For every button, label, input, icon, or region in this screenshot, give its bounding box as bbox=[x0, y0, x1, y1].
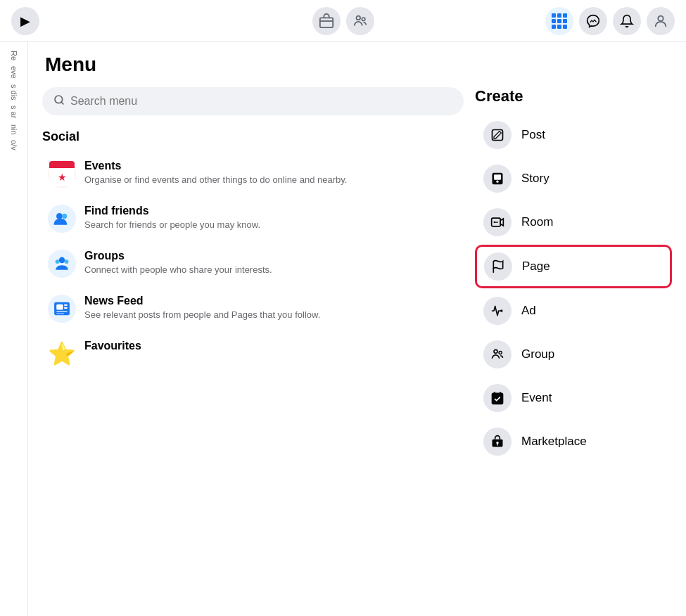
two-column-layout: Social ★ bbox=[42, 87, 672, 596]
grid-menu-button[interactable] bbox=[545, 7, 573, 35]
news-feed-menu-item[interactable]: News Feed See relevant posts from people… bbox=[42, 288, 464, 330]
create-ad-label: Ad bbox=[521, 304, 536, 318]
create-group-item[interactable]: Group bbox=[475, 333, 672, 376]
svg-rect-15 bbox=[56, 311, 68, 312]
nav-left: ▶ bbox=[11, 7, 39, 35]
svg-rect-13 bbox=[64, 304, 68, 306]
find-friends-text: Find friends Search for friends or peopl… bbox=[84, 205, 260, 231]
create-room-item[interactable]: Room bbox=[475, 201, 672, 243]
nav-center bbox=[312, 7, 374, 35]
svg-point-24 bbox=[500, 309, 502, 312]
svg-rect-30 bbox=[493, 397, 503, 398]
groups-menu-icon bbox=[48, 250, 76, 278]
profile-icon bbox=[653, 13, 668, 29]
events-menu-item[interactable]: ★ Events Organise or find events and oth… bbox=[42, 153, 464, 195]
news-feed-icon bbox=[48, 295, 76, 323]
events-text: Events Organise or find events and other… bbox=[84, 160, 347, 186]
bell-icon bbox=[620, 14, 634, 28]
marketplace-icon bbox=[319, 13, 334, 29]
create-event-item[interactable]: Event bbox=[475, 377, 672, 419]
svg-point-4 bbox=[658, 15, 663, 20]
svg-point-7 bbox=[62, 214, 67, 219]
svg-rect-16 bbox=[56, 313, 64, 314]
create-marketplace-label: Marketplace bbox=[521, 435, 587, 449]
svg-point-10 bbox=[65, 259, 69, 264]
svg-rect-28 bbox=[494, 392, 495, 394]
groups-description: Connect with people who share your inter… bbox=[84, 264, 272, 276]
create-story-icon bbox=[483, 165, 512, 193]
strip-text-3: s dis bbox=[10, 84, 18, 101]
groups-title: Groups bbox=[84, 250, 272, 262]
favourites-menu-item[interactable]: ⭐ Favourites bbox=[42, 333, 464, 375]
news-feed-text: News Feed See relevant posts from people… bbox=[84, 295, 320, 321]
create-group-icon bbox=[483, 340, 512, 368]
find-friends-icon bbox=[48, 205, 76, 233]
groups-text: Groups Connect with people who share you… bbox=[84, 250, 272, 276]
favourites-title: Favourites bbox=[84, 340, 141, 352]
profile-button[interactable] bbox=[647, 7, 675, 35]
groups-icon bbox=[352, 13, 368, 29]
svg-point-6 bbox=[56, 213, 63, 219]
create-ad-icon bbox=[483, 297, 512, 325]
create-group-label: Group bbox=[521, 347, 554, 361]
svg-point-8 bbox=[59, 257, 65, 264]
create-ad-item[interactable]: Ad bbox=[475, 290, 672, 332]
events-description: Organise or find events and other things… bbox=[84, 174, 347, 186]
social-section-title: Social bbox=[42, 129, 464, 144]
create-marketplace-item[interactable]: Marketplace bbox=[475, 421, 672, 463]
create-items-list: Post Story bbox=[475, 114, 672, 464]
create-page-item[interactable]: Page bbox=[475, 245, 672, 288]
strip-text-1: Re bbox=[10, 51, 18, 60]
messenger-button[interactable] bbox=[579, 7, 607, 35]
create-marketplace-icon bbox=[483, 428, 512, 456]
svg-point-3 bbox=[362, 17, 365, 20]
create-story-item[interactable]: Story bbox=[475, 158, 672, 200]
search-box[interactable] bbox=[42, 87, 464, 115]
search-input[interactable] bbox=[70, 95, 452, 108]
create-post-item[interactable]: Post bbox=[475, 114, 672, 156]
svg-rect-27 bbox=[493, 393, 503, 404]
search-icon bbox=[53, 94, 65, 108]
left-column: Social ★ bbox=[42, 87, 464, 596]
menu-panel: Menu bbox=[28, 42, 686, 616]
create-post-icon bbox=[483, 121, 512, 149]
create-event-label: Event bbox=[521, 391, 552, 405]
menu-title: Menu bbox=[42, 53, 672, 76]
events-icon: ★ bbox=[48, 160, 76, 188]
strip-text-5: nin bbox=[10, 124, 18, 135]
content-area: Menu bbox=[28, 42, 686, 616]
find-friends-menu-item[interactable]: Find friends Search for friends or peopl… bbox=[42, 198, 464, 240]
nav-right bbox=[545, 7, 675, 35]
svg-point-9 bbox=[56, 259, 60, 264]
svg-rect-12 bbox=[56, 304, 63, 310]
svg-point-25 bbox=[494, 349, 497, 353]
marketplace-nav-button[interactable] bbox=[312, 7, 341, 35]
groups-nav-button[interactable] bbox=[346, 7, 374, 35]
top-navigation: ▶ bbox=[0, 0, 686, 42]
messenger-icon bbox=[586, 14, 600, 28]
left-sidebar-strip: Re eve s dis s ar nin o/v bbox=[0, 42, 28, 616]
svg-point-20 bbox=[496, 181, 498, 183]
strip-text-2: eve bbox=[10, 66, 18, 79]
news-feed-title: News Feed bbox=[84, 295, 320, 307]
strip-text-4: s ar bbox=[10, 105, 18, 118]
svg-point-2 bbox=[356, 15, 360, 20]
notifications-button[interactable] bbox=[613, 7, 641, 35]
grid-icon bbox=[552, 13, 567, 29]
svg-rect-29 bbox=[500, 392, 501, 394]
create-title: Create bbox=[475, 87, 672, 105]
create-room-icon bbox=[483, 208, 512, 236]
svg-rect-19 bbox=[494, 174, 501, 180]
main-layout: Re eve s dis s ar nin o/v Menu bbox=[0, 42, 686, 616]
video-nav-button[interactable]: ▶ bbox=[11, 7, 39, 35]
favourites-icon: ⭐ bbox=[48, 340, 76, 368]
favourites-text: Favourites bbox=[84, 340, 141, 354]
events-title: Events bbox=[84, 160, 347, 172]
create-story-label: Story bbox=[521, 172, 550, 186]
create-room-label: Room bbox=[521, 215, 553, 229]
news-feed-description: See relevant posts from people and Pages… bbox=[84, 309, 320, 321]
strip-text-6: o/v bbox=[10, 140, 18, 150]
create-post-label: Post bbox=[521, 128, 545, 142]
groups-menu-item[interactable]: Groups Connect with people who share you… bbox=[42, 243, 464, 285]
right-column: Create Post bbox=[475, 87, 672, 596]
